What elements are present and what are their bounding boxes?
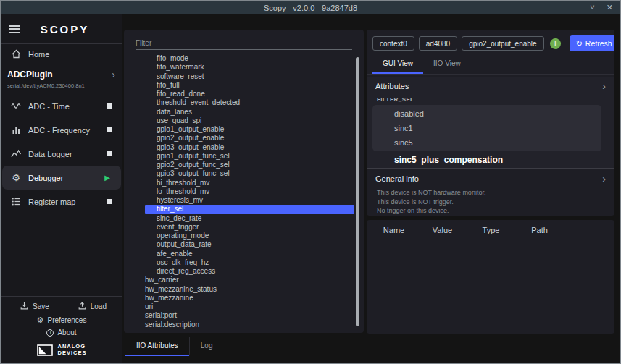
- load-button[interactable]: Load: [78, 301, 107, 312]
- tree-item[interactable]: direct_reg_access: [124, 267, 364, 276]
- tool-label: ADC - Frequency: [28, 126, 90, 135]
- tree-item-label: fifo_mode: [157, 54, 188, 62]
- tree-item[interactable]: software_reset: [124, 72, 364, 81]
- tree-item[interactable]: gpio3_output_enable: [124, 143, 364, 152]
- plugin-name: ADCPlugin: [7, 69, 53, 80]
- tree-item-label: uri: [145, 302, 153, 310]
- hamburger-menu-icon[interactable]: [9, 25, 20, 33]
- tree-item[interactable]: fifo_watermark: [124, 63, 364, 72]
- table-header: Type: [467, 226, 515, 234]
- tool-label: Register map: [28, 198, 75, 206]
- tree-item[interactable]: serial:port: [124, 311, 364, 320]
- filter-sel-selected-value[interactable]: sinc5_plus_compensation: [367, 151, 614, 169]
- tree-item[interactable]: operating_mode: [124, 232, 364, 240]
- sidebar-plugin-adcplugin[interactable]: ADCPlugin › serial:/dev/ttyACM0,230400,8…: [1, 64, 122, 94]
- attribute-tree: fifo_mode fifo_watermark software_reset …: [124, 54, 364, 329]
- close-icon[interactable]: ✕: [607, 4, 613, 12]
- tree-item-label: use_quad_spi: [157, 117, 201, 124]
- filter-input[interactable]: [136, 38, 352, 50]
- breadcrumb-button[interactable]: gpio2_output_enable: [462, 36, 543, 51]
- table-header-row: Name Value Type Path: [367, 220, 614, 240]
- preferences-button[interactable]: ⚙ Preferences: [1, 314, 122, 326]
- sidebar: SCOPY Home ADCPlugin › serial:/dev/ttyAC…: [1, 14, 122, 363]
- info-line: This device is NOT hardware monitor.: [377, 188, 614, 198]
- tab-iio-attributes[interactable]: IIO Attributes: [125, 337, 189, 356]
- sidebar-item-register-map[interactable]: Register map: [1, 190, 122, 213]
- filter-sel-option[interactable]: sinc1: [372, 121, 601, 135]
- tree-item[interactable]: fifo_mode: [124, 54, 364, 63]
- tree-item[interactable]: gpio1_output_enable: [124, 125, 364, 134]
- stop-icon[interactable]: [107, 199, 112, 204]
- filter-sel-dropdown: disabled sinc1 sinc5: [372, 105, 601, 151]
- vertical-scrollbar[interactable]: [356, 57, 359, 326]
- details-table-panel: Name Value Type Path: [367, 220, 614, 334]
- sidebar-item-home[interactable]: Home: [1, 44, 122, 64]
- home-icon: [10, 48, 22, 59]
- home-label: Home: [28, 50, 49, 59]
- tree-item[interactable]: lo_threshold_mv: [124, 187, 364, 196]
- stop-icon[interactable]: [107, 103, 112, 109]
- tree-item[interactable]: sinc_dec_rate: [124, 214, 364, 223]
- tree-item-label: software_reset: [157, 72, 204, 80]
- tree-item-label: sinc_dec_rate: [157, 214, 201, 222]
- tree-item[interactable]: hi_threshold_mv: [124, 179, 364, 187]
- tab-gui-view[interactable]: GUI View: [372, 55, 423, 74]
- filter-sel-option[interactable]: sinc5: [372, 135, 601, 150]
- tab-log[interactable]: Log: [189, 337, 224, 356]
- sidebar-item-adc-time[interactable]: ADC - Time: [1, 94, 122, 118]
- tree-item[interactable]: output_data_rate: [124, 240, 364, 249]
- tree-item[interactable]: hw_mezzanine_status: [124, 285, 364, 294]
- add-button[interactable]: +: [550, 38, 561, 49]
- waveform-icon: [10, 101, 22, 111]
- sidebar-item-adc-frequency[interactable]: ADC - Frequency: [1, 118, 122, 142]
- attributes-section-header[interactable]: Attributes ›: [367, 77, 614, 95]
- tree-item[interactable]: gpio3_output_func_sel: [124, 169, 364, 178]
- tree-item[interactable]: fifo_read_done: [124, 90, 364, 98]
- tree-item[interactable]: hysteresis_mv: [124, 196, 364, 205]
- refresh-icon: ↻: [576, 40, 583, 48]
- tree-item[interactable]: fifo_full: [124, 81, 364, 90]
- sidebar-footer: Save Load ⚙ Preferences: [1, 296, 122, 363]
- play-icon[interactable]: ▶: [104, 174, 110, 182]
- tree-item[interactable]: hw_mezzanine: [124, 294, 364, 302]
- detail-panel: context0 ad4080 gpio2_output_enable + ↻ …: [367, 30, 614, 216]
- minimize-icon[interactable]: ˅: [590, 4, 594, 12]
- about-button[interactable]: i About: [1, 326, 122, 339]
- save-button[interactable]: Save: [20, 301, 49, 312]
- tree-item-label: data_lanes: [157, 108, 192, 116]
- attributes-section: Attributes › FILTER_SEL disabled sinc1 s…: [367, 77, 614, 169]
- tree-item[interactable]: data_lanes: [124, 108, 364, 117]
- sidebar-item-data-logger[interactable]: Data Logger: [1, 142, 122, 166]
- register-map-icon: [10, 196, 22, 207]
- tree-item[interactable]: gpio1_output_func_sel: [124, 152, 364, 161]
- tree-item-label: gpio2_output_enable: [157, 134, 224, 142]
- sidebar-item-debugger[interactable]: ⚙ Debugger ▶: [2, 166, 121, 190]
- stop-icon[interactable]: [107, 151, 112, 156]
- general-info-section-header[interactable]: General info ›: [367, 169, 614, 187]
- tree-item-label: fifo_watermark: [157, 63, 204, 71]
- brand-line2: DEVICES: [58, 350, 87, 357]
- tree-item-label: fifo_read_done: [157, 90, 205, 98]
- tree-item[interactable]: gpio2_output_func_sel: [124, 161, 364, 169]
- tree-item[interactable]: hw_carrier: [124, 276, 364, 284]
- tree-item[interactable]: uri: [124, 302, 364, 311]
- tree-item[interactable]: gpio2_output_enable: [124, 134, 364, 143]
- tab-label: IIO View: [433, 59, 461, 67]
- breadcrumb-button[interactable]: context0: [372, 36, 414, 51]
- breadcrumb-button[interactable]: ad4080: [419, 36, 457, 51]
- data-logger-icon: [10, 148, 22, 159]
- tab-iio-view[interactable]: IIO View: [423, 55, 471, 74]
- tree-item[interactable]: serial:description: [124, 321, 364, 329]
- tree-item[interactable]: event_trigger: [124, 223, 364, 232]
- filter-sel-option[interactable]: disabled: [372, 106, 601, 121]
- chevron-right-icon[interactable]: ›: [112, 69, 115, 80]
- tree-item[interactable]: osc_clk_freq_hz: [124, 258, 364, 267]
- tree-item[interactable]: afe_enable: [124, 250, 364, 258]
- tree-item-label: gpio2_output_func_sel: [157, 161, 230, 169]
- tree-item[interactable]: filter_sel: [145, 205, 354, 213]
- tree-item[interactable]: use_quad_spi: [124, 117, 364, 125]
- refresh-button[interactable]: ↻ Refresh: [570, 35, 614, 51]
- tree-item-label: event_trigger: [157, 223, 199, 231]
- stop-icon[interactable]: [107, 127, 112, 132]
- tree-item[interactable]: threshold_event_detected: [124, 98, 364, 107]
